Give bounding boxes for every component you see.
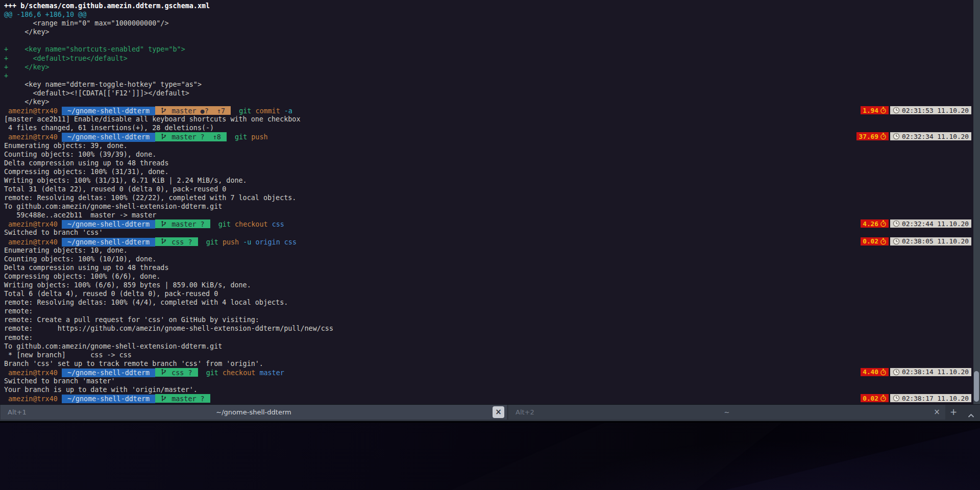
terminal-text: remote: Create a pull request for 'css' …	[4, 316, 259, 324]
prompt-user: amezin@trx40	[4, 133, 62, 141]
terminal-line: Your branch is up to date with 'origin/m…	[4, 385, 980, 394]
command-token	[218, 369, 223, 377]
command-token	[280, 107, 284, 115]
terminal-text: + <default>true</default>	[4, 55, 128, 62]
terminal-scrollbar[interactable]	[973, 0, 980, 404]
prompt-directory-segment: ~/gnome-shell-ddterm	[62, 238, 155, 247]
timer-value: 0.02	[863, 394, 878, 403]
terminal-line: remote:	[4, 333, 980, 342]
terminal-line: amezin@trx40 ~/gnome-shell-ddterm css ? …	[4, 368, 980, 377]
prompt-git-segment: master ?	[155, 394, 210, 403]
timer-badge: 4.40	[861, 368, 889, 376]
timer-value: 37.69	[859, 132, 878, 141]
prompt-badges: 37.69 02:32:34 11.10.20	[856, 132, 971, 140]
terminal-line: Writing objects: 100% (31/31), 6.71 KiB …	[4, 176, 980, 185]
terminal-line: remote:	[4, 307, 980, 315]
timer-badge: 1.94	[861, 106, 889, 114]
collapse-panel-button[interactable]	[964, 406, 978, 419]
command-token: -a	[284, 107, 292, 115]
command-token: commit	[255, 107, 280, 115]
prompt-directory-segment: ~/gnome-shell-ddterm	[62, 369, 155, 377]
terminal-text: remote:	[4, 334, 33, 341]
prompt-badges: 0.02 02:38:05 11.10.20	[861, 237, 971, 246]
terminal-text: Your branch is up to date with 'origin/m…	[4, 386, 198, 394]
terminal-line: [master ace2b11] Enable/disable all keyb…	[4, 115, 980, 124]
terminal-line: @@ -186,6 +186,10 @@	[4, 10, 980, 19]
git-segment-text: master ? ↑8	[167, 133, 221, 141]
tab1-close-icon[interactable]: ×	[493, 406, 504, 418]
terminal-line: Writing objects: 100% (6/6), 859 bytes |…	[4, 281, 980, 289]
command-token: git	[206, 238, 218, 246]
terminal-line: 4 files changed, 61 insertions(+), 28 de…	[4, 124, 980, 132]
prompt-gap	[210, 220, 218, 228]
terminal-line: 59c488e..ace2b11 master -> master	[4, 211, 980, 219]
tab2-title: ~	[508, 405, 945, 420]
prompt-directory-segment: ~/gnome-shell-ddterm	[62, 395, 155, 403]
command-token	[231, 220, 235, 228]
timestamp-badge: 02:32:34 11.10.20	[890, 132, 971, 140]
terminal-line: <range min="0" max="1000000000"/>	[4, 19, 980, 28]
terminal-text: To github.com:amezin/gnome-shell-extensi…	[4, 342, 222, 350]
new-tab-button[interactable]: +	[946, 406, 961, 419]
terminal-line: Delta compression using up to 48 threads	[4, 263, 980, 272]
desktop-wallpaper	[0, 421, 980, 490]
tab-gnome-shell-ddterm[interactable]: Alt+1 ~/gnome-shell-ddterm ×	[1, 405, 507, 420]
prompt-user: amezin@trx40	[4, 107, 62, 115]
terminal-line: Enumerating objects: 10, done.	[4, 246, 980, 255]
terminal-line: + </key>	[4, 63, 980, 71]
terminal-text: * [new branch] css -> css	[4, 351, 132, 359]
terminal-text: Delta compression using up to 48 threads	[4, 264, 168, 272]
timestamp-badge: 02:32:44 11.10.20	[890, 219, 971, 228]
stopwatch-icon	[880, 220, 887, 227]
timestamp-badge: 02:38:17 11.10.20	[890, 394, 971, 402]
tab-home[interactable]: Alt+2 ~ ×	[508, 405, 945, 420]
prompt-directory-segment: ~/gnome-shell-ddterm	[62, 133, 155, 141]
terminal-text: Writing objects: 100% (6/6), 859 bytes |…	[4, 281, 251, 289]
terminal-line: + <default>true</default>	[4, 54, 980, 63]
terminal-text: Total 31 (delta 22), reused 0 (delta 0),…	[4, 185, 226, 193]
terminal-area[interactable]: +++ b/schemas/com.github.amezin.ddterm.g…	[0, 0, 980, 404]
stopwatch-icon	[880, 238, 887, 245]
prompt-git-segment: css ?	[155, 368, 198, 377]
command-token: git	[239, 107, 251, 115]
prompt-gap	[198, 238, 206, 246]
terminal-line: amezin@trx40 ~/gnome-shell-ddterm master…	[4, 219, 980, 228]
prompt-git-segment: master ●? ↑7	[155, 106, 231, 115]
command-token	[268, 220, 272, 228]
prompt-gap	[231, 107, 239, 115]
clock-icon	[893, 220, 900, 227]
terminal-line: To github.com:amezin/gnome-shell-extensi…	[4, 342, 980, 351]
wallpaper-edge	[0, 421, 980, 423]
timestamp-value: 02:38:14 11.10.20	[902, 368, 969, 376]
terminal-text: </key>	[4, 28, 50, 36]
timer-value: 4.40	[863, 368, 878, 376]
scrollbar-thumb[interactable]	[974, 371, 979, 402]
command-token: push	[223, 238, 239, 246]
timestamp-value: 02:32:44 11.10.20	[902, 219, 969, 228]
terminal-text: [master ace2b11] Enable/disable all keyb…	[4, 115, 300, 123]
terminal-line: Compressing objects: 100% (31/31), done.	[4, 167, 980, 176]
git-segment-text: master ?	[167, 220, 205, 228]
command-token: css	[284, 238, 297, 246]
stopwatch-icon	[880, 107, 887, 114]
terminal-text: Delta compression using up to 48 threads	[4, 159, 168, 167]
git-segment-text: css ?	[167, 238, 192, 246]
clock-icon	[893, 107, 900, 114]
terminal-text: Counting objects: 100% (10/10), done.	[4, 255, 156, 263]
terminal-text: </key>	[4, 98, 50, 106]
timestamp-value: 02:31:53 11.10.20	[902, 106, 969, 115]
prompt-git-segment: master ? ↑8	[155, 132, 227, 141]
prompt-badges: 4.40 02:38:14 11.10.20	[861, 368, 971, 376]
timer-badge: 4.26	[861, 219, 889, 228]
terminal-line: Switched to branch 'css'	[4, 228, 980, 237]
command-token: master	[259, 369, 284, 377]
timestamp-badge: 02:38:14 11.10.20	[890, 368, 971, 376]
clock-icon	[893, 369, 900, 376]
terminal-text: @@ -186,6 +186,10 @@	[4, 11, 86, 18]
tab2-close-icon[interactable]: ×	[931, 406, 943, 418]
terminal-line: +++ b/schemas/com.github.amezin.ddterm.g…	[4, 2, 980, 10]
tab1-title: ~/gnome-shell-ddterm	[1, 405, 507, 420]
prompt-git-segment: css ?	[155, 237, 198, 246]
terminal-text: Enumerating objects: 39, done.	[4, 142, 128, 150]
command-token: git	[218, 220, 231, 228]
